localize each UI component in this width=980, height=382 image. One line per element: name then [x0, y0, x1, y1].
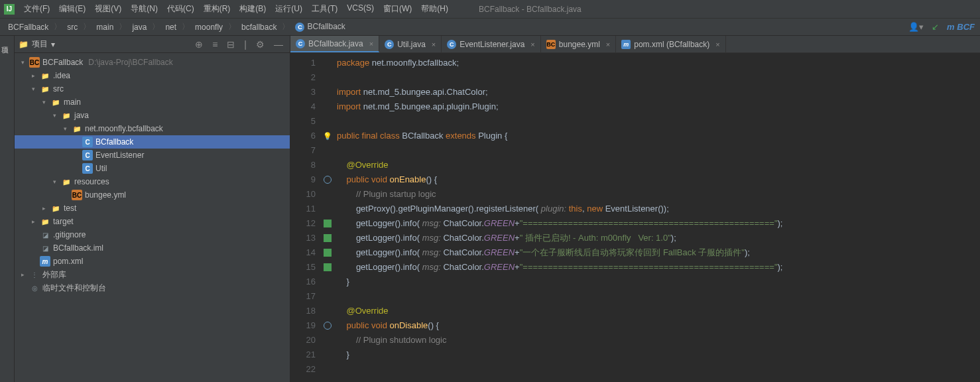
tree-row[interactable]: ▾📁net.moonfly.bcfallback — [15, 122, 290, 135]
menu-item[interactable]: 代码(C) — [163, 1, 198, 17]
file-icon: C — [82, 163, 93, 174]
menu-item[interactable]: 重构(R) — [200, 1, 235, 17]
tree-row[interactable]: ◪BCfallback.iml — [15, 241, 290, 255]
user-icon[interactable]: 👤▾ — [908, 22, 924, 32]
gear-icon[interactable]: ⚙ — [253, 38, 267, 51]
sidebar-header: 📁 项目 ▾ ⊕ ≡ ⊟ | ⚙ — — [15, 36, 290, 53]
expand-icon[interactable]: ≡ — [210, 38, 220, 51]
tree-label: target — [53, 217, 74, 226]
collapse-icon[interactable]: ⊟ — [224, 38, 237, 51]
menu-item[interactable]: 窗口(W) — [379, 1, 416, 17]
menu-item[interactable]: 构建(B) — [235, 1, 270, 17]
tree-row[interactable]: ▸⋮外部库 — [15, 268, 290, 281]
maven-badge[interactable]: m BCF — [947, 22, 975, 32]
menu-item[interactable]: 编辑(E) — [55, 1, 90, 17]
close-icon[interactable]: × — [715, 40, 719, 48]
hide-icon[interactable]: — — [271, 38, 286, 51]
menu-item[interactable]: 帮助(H) — [417, 1, 452, 17]
menubar: 文件(F)编辑(E)视图(V)导航(N)代码(C)重构(R)构建(B)运行(U)… — [20, 1, 452, 17]
tree-row[interactable]: ▾📁main — [15, 96, 290, 109]
project-sidebar: 📁 项目 ▾ ⊕ ≡ ⊟ | ⚙ — ▾BCBCFallbackD:\java-… — [15, 36, 290, 382]
tree-label: pom.xml — [53, 257, 83, 266]
tree-row[interactable]: CEventListener — [15, 149, 290, 162]
tree-label: test — [64, 204, 76, 213]
breadcrumb-item[interactable]: BCFallback — [5, 22, 51, 32]
breadcrumb-item[interactable]: moonfly — [192, 22, 225, 32]
close-icon[interactable]: × — [606, 40, 610, 48]
file-icon: ◪ — [40, 229, 50, 240]
tree-label: 临时文件和控制台 — [42, 283, 106, 294]
file-icon: 📁 — [50, 203, 61, 214]
close-icon[interactable]: × — [432, 40, 436, 48]
breadcrumb-item[interactable]: main — [93, 22, 116, 32]
locate-icon[interactable]: ⊕ — [192, 38, 206, 51]
tree-label: 外部库 — [42, 269, 66, 281]
tree-row[interactable]: ▸📁.idea — [15, 69, 290, 82]
menu-item[interactable]: VCS(S) — [343, 1, 378, 17]
tree-label: BCfallback — [95, 137, 133, 147]
tree-row[interactable]: ▾📁resources — [15, 175, 290, 188]
file-icon: 📁 — [40, 216, 50, 227]
line-numbers: 12345678910111213141516171819202122 — [290, 53, 321, 382]
breadcrumb-item[interactable]: java — [129, 22, 149, 32]
code-content[interactable]: package net.moonfly.bcfallback;import ne… — [334, 53, 980, 382]
breadcrumb-item[interactable]: src — [64, 22, 80, 32]
tree-row[interactable]: ▸📁test — [15, 202, 290, 215]
breadcrumb: BCFallback〉src〉main〉java〉net〉moonfly〉bcf… — [5, 21, 348, 32]
breadcrumb-item[interactable]: CBCfallback — [292, 21, 347, 32]
tree-row[interactable]: ▾📁java — [15, 109, 290, 122]
editor-body[interactable]: 12345678910111213141516171819202122 💡 pa… — [290, 53, 980, 382]
file-icon: 📁 — [61, 110, 72, 121]
menu-item[interactable]: 视图(V) — [91, 1, 125, 17]
file-icon: 📁 — [72, 123, 82, 134]
file-icon: 📁 — [50, 97, 61, 107]
tree-label: src — [53, 84, 64, 94]
tree-row[interactable]: CBCfallback — [15, 135, 290, 149]
file-icon: C — [82, 150, 93, 160]
editor-tab[interactable]: CEventListener.java× — [442, 36, 541, 52]
tree-label: .idea — [53, 71, 70, 80]
file-icon: 📁 — [61, 176, 72, 187]
project-tree[interactable]: ▾BCBCFallbackD:\java-Proj\BCFallback▸📁.i… — [15, 53, 290, 382]
editor-tab[interactable]: CBCfallback.java× — [290, 36, 379, 52]
breadcrumb-item[interactable]: net — [162, 22, 179, 32]
close-icon[interactable]: × — [369, 40, 373, 48]
tree-row[interactable]: ◪.gitignore — [15, 228, 290, 241]
editor-area: CBCfallback.java×CUtil.java×CEventListen… — [290, 36, 980, 382]
file-icon: ⋮ — [29, 269, 40, 280]
file-icon: 📁 — [40, 84, 50, 94]
menu-item[interactable]: 工具(T) — [308, 1, 341, 17]
breadcrumb-item[interactable]: bcfallback — [239, 22, 279, 32]
main-area: 项目 📁 项目 ▾ ⊕ ≡ ⊟ | ⚙ — ▾BCBCFallbackD:\ja… — [0, 36, 980, 382]
tree-row[interactable]: ▾BCBCFallbackD:\java-Proj\BCFallback — [15, 56, 290, 69]
file-icon: BC — [29, 57, 40, 68]
tree-row[interactable]: ▸📁target — [15, 215, 290, 228]
close-icon[interactable]: × — [530, 40, 534, 48]
sidebar-title: 📁 项目 ▾ — [19, 38, 55, 50]
tree-row[interactable]: mpom.xml — [15, 255, 290, 268]
tree-row[interactable]: CUtil — [15, 162, 290, 175]
file-icon: 📁 — [40, 70, 50, 81]
editor-tab[interactable]: mpom.xml (BCfallback)× — [616, 36, 725, 52]
editor-tab[interactable]: CUtil.java× — [379, 36, 442, 52]
menu-item[interactable]: 导航(N) — [127, 1, 162, 17]
titlebar: IJ 文件(F)编辑(E)视图(V)导航(N)代码(C)重构(R)构建(B)运行… — [0, 0, 980, 19]
divider: | — [241, 38, 249, 51]
tree-label: Util — [95, 164, 107, 173]
tree-label: main — [64, 97, 81, 107]
tree-row[interactable]: ◎临时文件和控制台 — [15, 281, 290, 294]
tree-label: net.moonfly.bcfallback — [85, 124, 163, 133]
menu-item[interactable]: 文件(F) — [20, 1, 54, 17]
editor-tab[interactable]: BCbungee.yml× — [541, 36, 616, 52]
tree-label: resources — [74, 177, 109, 186]
tool-window-stripe[interactable]: 项目 — [0, 36, 15, 382]
menu-item[interactable]: 运行(U) — [271, 1, 306, 17]
app-icon: IJ — [4, 4, 15, 15]
build-icon[interactable]: ↙ — [932, 22, 939, 32]
file-icon: BC — [72, 190, 82, 200]
tree-row[interactable]: BCbungee.yml — [15, 188, 290, 202]
tree-label: BCfallback.iml — [53, 243, 103, 253]
file-icon: m — [40, 256, 50, 267]
tree-row[interactable]: ▾📁src — [15, 82, 290, 96]
gutter-markers: 💡 — [321, 53, 334, 382]
